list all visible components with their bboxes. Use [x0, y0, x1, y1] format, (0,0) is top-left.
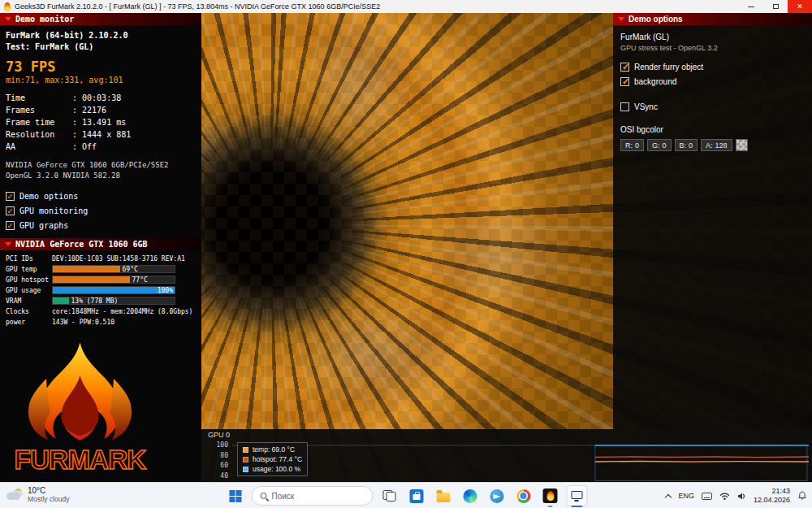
toggle-demo-options[interactable]: Demo options [6, 189, 196, 203]
info-label: Time [6, 92, 72, 104]
language-indicator[interactable]: ENG [678, 492, 694, 500]
checkbox-icon [6, 206, 15, 215]
clock-widget[interactable]: 21:43 12.04.2026 [754, 487, 790, 505]
info-value: : 00:03:38 [72, 92, 121, 104]
opengl-line: OpenGL 3.2.0 NVIDIA 582.28 [6, 171, 196, 181]
gpu-graph-panel: GPU 0 100 80 60 40 [201, 429, 812, 482]
stat-gpu-usage: GPU usage 100% [6, 285, 201, 295]
weather-widget[interactable]: 10°C Mostly cloudy [6, 486, 70, 503]
window-controls [739, 0, 812, 13]
search-icon [261, 493, 267, 499]
touch-keyboard-icon[interactable] [702, 493, 712, 500]
store-button[interactable] [406, 485, 427, 506]
minimize-icon [748, 7, 754, 7]
telegram-button[interactable] [486, 485, 508, 506]
active-app-button[interactable] [567, 485, 588, 506]
stat-gpu-hotspot: GPU hotspot 77°C [6, 275, 201, 284]
checkbox-icon [620, 77, 629, 86]
info-row-resolution: Resolution : 1444 x 881 [6, 128, 196, 141]
option-render-furry-object[interactable]: Render furry object [620, 59, 805, 74]
start-button[interactable] [225, 485, 246, 506]
toggle-gpu-monitoring[interactable]: GPU monitoring [6, 203, 196, 218]
channel-r[interactable]: R: 0 [620, 139, 644, 151]
bgcolor-label: OSI bgcolor [620, 125, 805, 134]
channel-label: A: [706, 141, 713, 150]
toggle-label: GPU monitoring [19, 206, 88, 215]
furmark-taskbar-button[interactable] [540, 485, 561, 506]
taskbar-center [225, 485, 588, 506]
bar-fill [53, 297, 69, 304]
option-background[interactable]: background [620, 74, 805, 89]
options-test-name: FurMark (GL) [620, 33, 805, 41]
volume-icon[interactable] [737, 492, 746, 501]
gpu-section-title: NVIDIA GeForce GTX 1060 6GB [15, 240, 148, 249]
bar-value: 13% (778 MB) [71, 297, 119, 305]
maximize-button[interactable] [763, 0, 788, 13]
info-label: AA [6, 141, 72, 153]
weather-cloud-icon [6, 488, 23, 501]
demo-monitor-header[interactable]: Demo monitor [0, 13, 201, 25]
notification-bell-icon[interactable] [797, 491, 807, 501]
gpu-name-line: NVIDIA GeForce GTX 1060 6GB/PCIe/SSE2 [6, 160, 196, 171]
toggle-gpu-graphs[interactable]: GPU graphs [6, 218, 196, 232]
chrome-button[interactable] [513, 485, 534, 506]
bar-fill [53, 266, 120, 272]
weather-desc: Mostly cloudy [28, 495, 70, 503]
graph-lines [232, 440, 809, 482]
option-label: Render furry object [634, 63, 703, 72]
info-row-aa: AA : Off [6, 141, 196, 153]
channel-value: 0 [635, 141, 639, 150]
task-view-button[interactable] [379, 485, 400, 506]
stat-label: GPU hotspot [6, 276, 52, 284]
channel-b[interactable]: B: 0 [675, 139, 698, 151]
gpu-section-header[interactable]: NVIDIA GeForce GTX 1060 6GB [0, 238, 201, 250]
telegram-icon [490, 489, 503, 503]
file-explorer-button[interactable] [433, 485, 454, 506]
furmark-window: Geeks3D FurMark 2.10.2.0 - [ FurMark (GL… [0, 0, 812, 508]
channel-g[interactable]: G: 0 [647, 139, 672, 151]
store-icon [409, 489, 423, 503]
minimize-button[interactable] [739, 0, 763, 13]
checkbox-icon [620, 63, 629, 72]
info-label: Frames [6, 104, 72, 116]
legend-hotspot: hotspot: 77.4 °C [243, 455, 302, 463]
channel-label: R: [625, 141, 633, 150]
legend-temp-label: temp: 69.0 °C [253, 445, 295, 454]
stat-label: PCI IDs [6, 255, 52, 263]
test-line: Test: FurMark (GL) [6, 41, 196, 53]
taskbar-search[interactable] [252, 486, 374, 506]
info-value: : 22176 [72, 104, 106, 116]
y-tick: 100 [217, 441, 228, 452]
option-vsync[interactable]: VSync [620, 99, 805, 114]
tray-overflow-chevron-icon[interactable] [665, 493, 672, 500]
option-label: VSync [634, 102, 658, 111]
collapse-triangle-icon [618, 17, 624, 21]
y-tick: 40 [220, 472, 228, 483]
panel-toggles: Demo options GPU monitoring GPU graphs [6, 189, 196, 232]
gpu-temp-bar: 69°C [52, 265, 175, 273]
close-icon [797, 2, 803, 11]
stat-value: DEV:10DE-1C03 SUB:1458-3716 REV:A1 [52, 255, 185, 263]
demo-options-body: FurMark (GL) GPU stress test - OpenGL 3.… [613, 25, 812, 157]
channel-a[interactable]: A: 128 [701, 139, 732, 151]
stat-label: Clocks [6, 308, 52, 315]
info-row-frames: Frames : 22176 [6, 104, 196, 116]
stat-label: GPU usage [6, 287, 52, 294]
channel-value: 0 [689, 141, 693, 150]
bgcolor-swatch[interactable] [736, 139, 748, 151]
wifi-icon[interactable] [719, 492, 730, 501]
furmark-logo: FURMARK [0, 341, 201, 482]
close-button[interactable] [788, 0, 812, 13]
toggle-label: GPU graphs [19, 221, 68, 230]
bar-value: 77°C [132, 276, 148, 284]
demo-options-header[interactable]: Demo options [613, 13, 812, 25]
collapse-triangle-icon [5, 17, 11, 21]
windows-start-icon [229, 490, 241, 502]
search-input[interactable] [272, 492, 353, 501]
stat-power: power 143W - PPW:0.510 [6, 317, 201, 327]
stat-pci-ids: PCI IDs DEV:10DE-1C03 SUB:1458-3716 REV:… [6, 254, 201, 263]
edge-button[interactable] [460, 485, 481, 506]
demo-options-title: Demo options [628, 15, 683, 24]
furmark-logo-text: FURMARK [15, 445, 147, 475]
graph-gpu-label: GPU 0 [208, 431, 809, 440]
